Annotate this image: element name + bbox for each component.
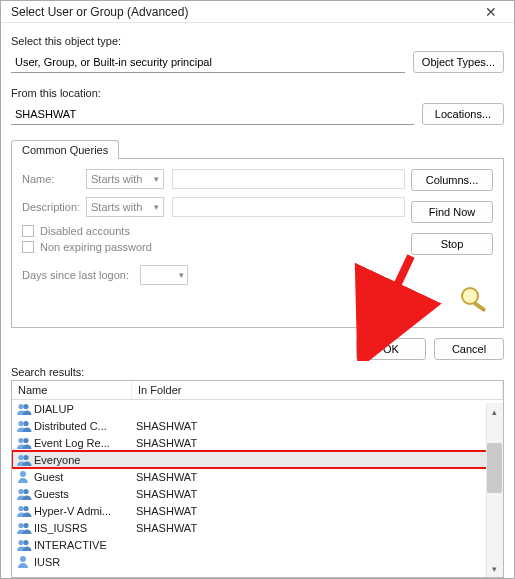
svg-point-9 <box>23 454 28 459</box>
days-since-label: Days since last logon: <box>22 269 132 281</box>
svg-point-5 <box>23 420 28 425</box>
table-row[interactable]: GuestSHASHWAT <box>12 468 503 485</box>
results-scrollbar[interactable]: ▴ ▾ <box>486 403 503 577</box>
select-user-group-dialog: Select User or Group (Advanced) ✕ Select… <box>0 0 515 579</box>
result-folder-cell: SHASHWAT <box>132 505 503 517</box>
name-input[interactable] <box>172 169 405 189</box>
description-match-combo[interactable]: Starts with ▾ <box>86 197 164 217</box>
cancel-button[interactable]: Cancel <box>434 338 504 360</box>
result-name-cell: Guests <box>12 487 132 501</box>
scroll-down-icon[interactable]: ▾ <box>486 560 503 577</box>
non-expiring-checkbox[interactable] <box>22 241 34 253</box>
table-row[interactable]: GuestsSHASHWAT <box>12 485 503 502</box>
name-label: Name: <box>22 173 78 185</box>
svg-point-8 <box>18 454 23 459</box>
svg-point-4 <box>18 420 23 425</box>
column-header-folder[interactable]: In Folder <box>132 381 503 399</box>
description-label: Description: <box>22 201 78 213</box>
name-match-combo[interactable]: Starts with ▾ <box>86 169 164 189</box>
svg-point-17 <box>18 539 23 544</box>
svg-point-12 <box>23 488 28 493</box>
from-location-label: From this location: <box>11 87 504 99</box>
svg-point-2 <box>18 403 23 408</box>
titlebar: Select User or Group (Advanced) ✕ <box>1 1 514 23</box>
chevron-down-icon: ▾ <box>154 202 159 212</box>
result-name-cell: Distributed C... <box>12 419 132 433</box>
non-expiring-label: Non expiring password <box>40 241 152 253</box>
scroll-thumb[interactable] <box>487 443 502 493</box>
result-name-cell: Everyone <box>12 453 132 467</box>
table-row[interactable]: Hyper-V Admi...SHASHWAT <box>12 502 503 519</box>
table-row[interactable]: Distributed C...SHASHWAT <box>12 417 503 434</box>
table-row[interactable]: IIS_IUSRSSHASHWAT <box>12 519 503 536</box>
table-row[interactable]: DIALUP <box>12 400 503 417</box>
days-since-combo[interactable]: ▾ <box>140 265 188 285</box>
svg-point-19 <box>20 556 26 562</box>
scroll-up-icon[interactable]: ▴ <box>486 403 503 420</box>
window-title: Select User or Group (Advanced) <box>11 5 188 19</box>
chevron-down-icon: ▾ <box>179 270 184 280</box>
result-folder-cell: SHASHWAT <box>132 471 503 483</box>
result-name-cell: Guest <box>12 470 132 484</box>
result-folder-cell: SHASHWAT <box>132 488 503 500</box>
close-icon[interactable]: ✕ <box>474 4 508 20</box>
result-folder-cell: SHASHWAT <box>132 522 503 534</box>
svg-point-6 <box>18 437 23 442</box>
result-name-cell: Hyper-V Admi... <box>12 504 132 518</box>
search-results-label: Search results: <box>11 366 504 378</box>
results-pane: Name In Folder DIALUPDistributed C...SHA… <box>11 380 504 578</box>
columns-button[interactable]: Columns... <box>411 169 493 191</box>
disabled-accounts-checkbox[interactable] <box>22 225 34 237</box>
disabled-accounts-label: Disabled accounts <box>40 225 130 237</box>
common-queries-pane: Name: Starts with ▾ Description: Starts … <box>11 158 504 328</box>
svg-point-15 <box>18 522 23 527</box>
find-now-button[interactable]: Find Now <box>411 201 493 223</box>
result-name-cell: DIALUP <box>12 402 132 416</box>
svg-point-10 <box>20 471 26 477</box>
table-row[interactable]: Event Log Re...SHASHWAT <box>12 434 503 451</box>
tab-common-queries[interactable]: Common Queries <box>11 140 119 159</box>
location-field[interactable] <box>11 103 414 125</box>
result-folder-cell: SHASHWAT <box>132 437 503 449</box>
table-row[interactable]: INTERACTIVE <box>12 536 503 553</box>
result-name-cell: Event Log Re... <box>12 436 132 450</box>
result-folder-cell: SHASHWAT <box>132 420 503 432</box>
svg-point-11 <box>18 488 23 493</box>
ok-button[interactable]: OK <box>356 338 426 360</box>
locations-button[interactable]: Locations... <box>422 103 504 125</box>
description-input[interactable] <box>172 197 405 217</box>
result-name-cell: INTERACTIVE <box>12 538 132 552</box>
object-type-label: Select this object type: <box>11 35 504 47</box>
svg-point-16 <box>23 522 28 527</box>
svg-point-13 <box>18 505 23 510</box>
stop-button[interactable]: Stop <box>411 233 493 255</box>
chevron-down-icon: ▾ <box>154 174 159 184</box>
search-icon <box>457 283 493 313</box>
svg-point-3 <box>23 403 28 408</box>
result-name-cell: IIS_IUSRS <box>12 521 132 535</box>
column-header-name[interactable]: Name <box>12 381 132 399</box>
svg-rect-1 <box>473 301 487 312</box>
result-name-cell: IUSR <box>12 555 132 569</box>
svg-point-18 <box>23 539 28 544</box>
table-row[interactable]: IUSR <box>12 553 503 570</box>
object-types-button[interactable]: Object Types... <box>413 51 504 73</box>
svg-point-0 <box>462 288 478 304</box>
svg-point-7 <box>23 437 28 442</box>
svg-point-14 <box>23 505 28 510</box>
table-row[interactable]: Everyone <box>12 451 503 468</box>
object-type-field[interactable] <box>11 51 405 73</box>
